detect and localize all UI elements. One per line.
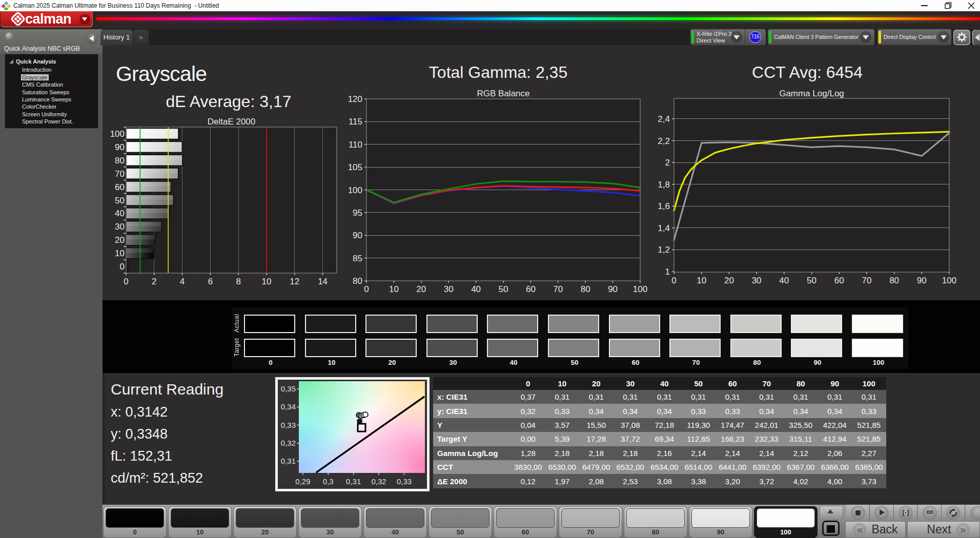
svg-text:1,2: 1,2 xyxy=(658,245,670,255)
svg-text:0: 0 xyxy=(364,284,369,294)
svg-text:0,31: 0,31 xyxy=(346,477,361,486)
svg-text:14: 14 xyxy=(318,277,328,284)
svg-text:Gamma Log/Log: Gamma Log/Log xyxy=(779,89,844,98)
svg-text:0,32: 0,32 xyxy=(281,439,296,447)
svg-text:2: 2 xyxy=(152,277,156,284)
svg-text:1,8: 1,8 xyxy=(658,180,670,190)
svg-text:40: 40 xyxy=(115,209,125,218)
svg-text:95: 95 xyxy=(353,208,362,218)
svg-text:60: 60 xyxy=(115,182,125,192)
svg-text:DeltaE 2000: DeltaE 2000 xyxy=(208,117,256,127)
svg-text:90: 90 xyxy=(917,276,927,285)
svg-text:2,4: 2,4 xyxy=(658,114,670,124)
svg-text:50: 50 xyxy=(499,284,508,294)
svg-text:1,4: 1,4 xyxy=(658,223,670,233)
svg-text:0,33: 0,33 xyxy=(281,421,296,429)
svg-text:6: 6 xyxy=(208,277,213,284)
svg-text:10: 10 xyxy=(389,284,399,294)
svg-text:8: 8 xyxy=(236,277,240,284)
svg-text:70: 70 xyxy=(115,169,125,179)
svg-text:110: 110 xyxy=(349,140,362,150)
svg-text:20: 20 xyxy=(724,276,734,285)
svg-text:50: 50 xyxy=(807,276,816,285)
svg-text:80: 80 xyxy=(889,276,899,285)
svg-text:1,6: 1,6 xyxy=(658,201,670,211)
svg-text:80: 80 xyxy=(353,276,362,286)
svg-text:12: 12 xyxy=(290,277,299,284)
svg-text:1: 1 xyxy=(665,267,670,277)
svg-text:115: 115 xyxy=(349,117,362,127)
svg-text:0,34: 0,34 xyxy=(281,402,296,411)
svg-text:20: 20 xyxy=(416,284,426,294)
svg-text:100: 100 xyxy=(633,284,647,294)
svg-text:20: 20 xyxy=(115,235,125,245)
svg-text:4: 4 xyxy=(180,277,185,284)
svg-text:100: 100 xyxy=(942,276,956,285)
svg-text:70: 70 xyxy=(553,284,563,294)
svg-text:60: 60 xyxy=(526,284,536,294)
svg-text:0,3: 0,3 xyxy=(323,477,334,486)
svg-text:0: 0 xyxy=(120,262,125,272)
svg-text:85: 85 xyxy=(353,254,362,263)
svg-text:10: 10 xyxy=(262,277,272,284)
svg-text:30: 30 xyxy=(752,276,762,285)
svg-text:90: 90 xyxy=(115,142,125,152)
svg-text:50: 50 xyxy=(115,196,125,205)
svg-text:90: 90 xyxy=(353,231,362,240)
svg-text:0: 0 xyxy=(124,277,128,284)
svg-text:0,32: 0,32 xyxy=(371,477,386,486)
svg-text:0: 0 xyxy=(671,276,676,285)
svg-text:100: 100 xyxy=(348,185,362,195)
svg-text:80: 80 xyxy=(581,284,590,294)
svg-text:60: 60 xyxy=(834,276,844,285)
svg-text:80: 80 xyxy=(115,156,125,165)
svg-text:0,33: 0,33 xyxy=(397,477,412,486)
svg-text:100: 100 xyxy=(110,129,125,139)
svg-text:2: 2 xyxy=(665,158,670,168)
svg-text:2,2: 2,2 xyxy=(658,136,670,146)
svg-text:105: 105 xyxy=(348,162,362,172)
svg-text:40: 40 xyxy=(471,284,481,294)
svg-text:10: 10 xyxy=(115,249,125,258)
svg-text:10: 10 xyxy=(697,276,706,285)
svg-text:0,31: 0,31 xyxy=(281,457,296,465)
svg-text:RGB Balance: RGB Balance xyxy=(477,89,530,98)
svg-text:0,35: 0,35 xyxy=(281,384,296,393)
svg-text:120: 120 xyxy=(348,94,362,104)
svg-text:30: 30 xyxy=(115,222,125,232)
svg-text:70: 70 xyxy=(862,276,871,285)
svg-text:90: 90 xyxy=(608,284,618,294)
svg-text:40: 40 xyxy=(779,276,789,285)
svg-text:30: 30 xyxy=(444,284,454,294)
svg-text:0,29: 0,29 xyxy=(295,477,310,486)
